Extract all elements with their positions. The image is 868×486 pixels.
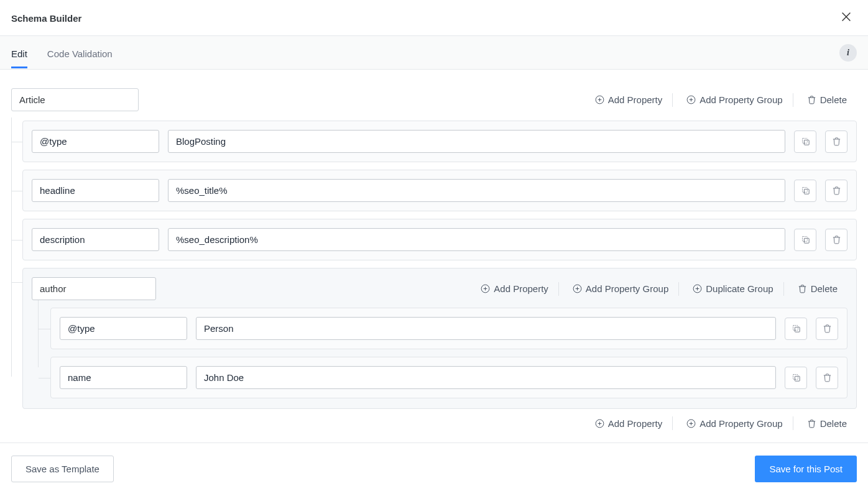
tab-bar: Edit Code Validation i <box>0 35 868 70</box>
info-icon[interactable]: i <box>839 44 857 62</box>
group-label[interactable]: author <box>32 277 156 300</box>
plus-circle-icon <box>594 418 605 429</box>
svg-rect-13 <box>793 375 798 380</box>
property-key-input[interactable] <box>32 228 159 251</box>
plus-circle-icon <box>686 94 696 105</box>
property-value-input[interactable] <box>196 366 776 389</box>
property-value-input[interactable] <box>168 179 785 202</box>
trash-icon <box>797 283 808 294</box>
modal-title: Schema Builder <box>11 13 81 24</box>
property-value-input[interactable] <box>168 228 785 251</box>
trash-icon <box>822 323 833 334</box>
property-group: author Add Property Add Property Group D… <box>22 268 857 409</box>
property-row <box>22 121 857 162</box>
duplicate-group-button[interactable]: Duplicate Group <box>678 282 783 296</box>
add-property-button[interactable]: Add Property <box>470 283 558 294</box>
modal-header: Schema Builder <box>0 0 868 35</box>
trash-icon <box>831 234 842 245</box>
duplicate-button[interactable] <box>785 318 807 340</box>
add-property-group-button[interactable]: Add Property Group <box>672 93 792 107</box>
property-row <box>50 308 847 349</box>
duplicate-button[interactable] <box>794 131 816 153</box>
property-row <box>50 357 847 398</box>
duplicate-icon <box>800 234 811 245</box>
duplicate-icon <box>791 372 801 383</box>
save-post-button[interactable]: Save for this Post <box>755 456 857 482</box>
modal-footer: Save as Template Save for this Post <box>0 442 868 486</box>
trash-icon <box>831 185 842 196</box>
property-key-input[interactable] <box>32 130 159 153</box>
schema-type-label[interactable]: Article <box>11 88 139 111</box>
svg-rect-7 <box>804 238 809 243</box>
delete-row-button[interactable] <box>825 229 847 251</box>
duplicate-icon <box>800 185 811 196</box>
plus-circle-icon <box>686 418 696 429</box>
delete-row-button[interactable] <box>816 318 838 340</box>
trash-icon <box>806 94 817 105</box>
svg-rect-6 <box>802 237 807 242</box>
delete-button[interactable]: Delete <box>783 282 847 296</box>
svg-rect-11 <box>793 326 798 331</box>
schema-root-row: Article Add Property Add Property Group … <box>11 88 857 111</box>
trash-icon <box>822 372 833 383</box>
duplicate-button[interactable] <box>794 229 816 251</box>
trash-icon <box>806 418 817 429</box>
delete-row-button[interactable] <box>816 367 838 389</box>
duplicate-icon <box>800 136 811 147</box>
delete-button[interactable]: Delete <box>793 416 857 430</box>
duplicate-icon <box>791 323 801 334</box>
close-icon[interactable] <box>839 10 853 26</box>
property-key-input[interactable] <box>60 366 187 389</box>
svg-rect-3 <box>804 140 809 145</box>
add-property-group-button[interactable]: Add Property Group <box>672 416 792 430</box>
property-row <box>22 170 857 211</box>
svg-rect-14 <box>795 376 800 381</box>
bottom-actions: Add Property Add Property Group Delete <box>11 416 857 430</box>
property-value-input[interactable] <box>168 130 785 153</box>
tab-edit[interactable]: Edit <box>11 37 27 68</box>
plus-circle-icon <box>692 283 703 294</box>
plus-circle-icon <box>572 283 583 294</box>
property-key-input[interactable] <box>60 317 187 340</box>
tab-code-validation[interactable]: Code Validation <box>47 37 113 68</box>
property-key-input[interactable] <box>32 179 159 202</box>
duplicate-button[interactable] <box>785 367 807 389</box>
svg-rect-2 <box>802 139 807 144</box>
delete-row-button[interactable] <box>825 180 847 202</box>
property-value-input[interactable] <box>196 317 776 340</box>
add-property-button[interactable]: Add Property <box>584 94 673 105</box>
save-template-button[interactable]: Save as Template <box>11 456 114 482</box>
delete-button[interactable]: Delete <box>793 93 857 107</box>
add-property-button[interactable]: Add Property <box>584 418 673 429</box>
plus-circle-icon <box>480 283 491 294</box>
add-property-group-button[interactable]: Add Property Group <box>558 282 678 296</box>
svg-rect-5 <box>804 189 809 194</box>
plus-circle-icon <box>594 94 605 105</box>
delete-row-button[interactable] <box>825 131 847 153</box>
svg-rect-4 <box>802 188 807 193</box>
svg-rect-12 <box>795 327 800 332</box>
property-row <box>22 219 857 260</box>
duplicate-button[interactable] <box>794 180 816 202</box>
trash-icon <box>831 136 842 147</box>
